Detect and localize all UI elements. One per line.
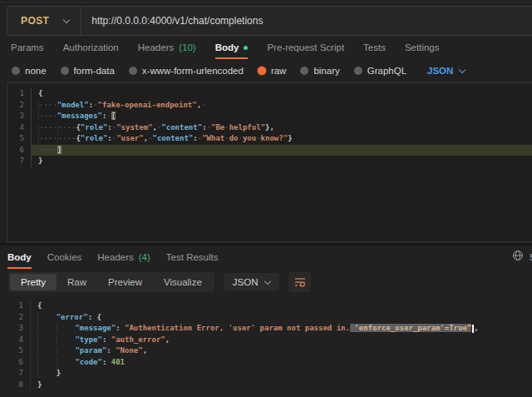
request-tab-headers[interactable]: Headers(10) bbox=[138, 37, 196, 59]
view-mode-pretty[interactable]: Pretty bbox=[10, 274, 57, 290]
response-tab-body[interactable]: Body bbox=[7, 246, 32, 269]
code-token bbox=[57, 335, 76, 344]
code-token: , bbox=[474, 324, 478, 332]
code-token: }, bbox=[265, 123, 274, 132]
code-content[interactable]: ········{"role":·"system",·"content":·"B… bbox=[31, 122, 532, 134]
response-tab-headers[interactable]: Headers(4) bbox=[97, 246, 150, 269]
code-line: 1{ bbox=[7, 300, 532, 312]
code-token: "fake-openai-endpoint" bbox=[97, 101, 196, 109]
body-language-select[interactable]: JSON bbox=[427, 66, 465, 76]
body-type-none[interactable]: none bbox=[12, 66, 47, 76]
request-tab-body[interactable]: Body bbox=[215, 37, 249, 59]
response-language-select[interactable]: JSON bbox=[224, 273, 280, 291]
code-content[interactable]: "message": "Authentication Error, 'user'… bbox=[30, 323, 532, 335]
selected-text: 'enforce_user_param'=True" bbox=[350, 324, 471, 332]
request-tab-authorization[interactable]: Authorization bbox=[63, 37, 119, 59]
request-tab-tests[interactable]: Tests bbox=[363, 37, 386, 59]
code-token: · bbox=[201, 101, 205, 109]
chevron-down-icon bbox=[264, 278, 271, 285]
method-selector[interactable]: POST bbox=[7, 7, 81, 35]
line-number: 3 bbox=[7, 111, 31, 122]
tab-label: Test Results bbox=[166, 252, 219, 262]
code-line: 6 "code": 401 bbox=[7, 357, 532, 369]
code-token: "Be bbox=[211, 123, 224, 132]
code-token: "message" bbox=[75, 324, 116, 332]
code-content[interactable]: ····"messages":·[ bbox=[31, 111, 532, 122]
globe-icon[interactable] bbox=[512, 250, 524, 261]
code-content[interactable]: "code": 401 bbox=[30, 357, 532, 369]
code-token bbox=[37, 324, 57, 332]
code-content[interactable]: { bbox=[30, 300, 532, 312]
tab-label: Authorization bbox=[63, 42, 119, 52]
response-language-label: JSON bbox=[233, 277, 259, 287]
request-body-editor[interactable]: 1{2····"model":·"fake-openai-endpoint",·… bbox=[7, 82, 532, 242]
response-body-viewer[interactable]: 1{2 "error": {3 "message": "Authenticati… bbox=[7, 296, 532, 397]
code-content[interactable]: ········{"role":·"user",·"content":·"Wha… bbox=[31, 133, 532, 145]
response-tab-cookies[interactable]: Cookies bbox=[47, 246, 82, 269]
code-line: 7} bbox=[7, 156, 532, 167]
view-mode-preview[interactable]: Preview bbox=[97, 274, 153, 290]
body-type-graphql[interactable]: GraphQL bbox=[354, 66, 406, 76]
code-line: 2 "error": { bbox=[7, 312, 532, 324]
view-mode-raw[interactable]: Raw bbox=[57, 274, 97, 290]
code-content[interactable]: "type": "auth_error", bbox=[30, 335, 532, 346]
request-tab-pre-request-script[interactable]: Pre-request Script bbox=[267, 37, 344, 59]
code-content[interactable]: } bbox=[30, 380, 532, 391]
request-tab-params[interactable]: Params bbox=[11, 37, 44, 59]
code-token: 401 bbox=[111, 358, 125, 366]
code-token bbox=[57, 346, 76, 355]
line-number: 1 bbox=[7, 88, 31, 100]
code-content[interactable]: { bbox=[31, 88, 532, 100]
window-top-divider bbox=[0, 2, 532, 2]
code-token: ···· bbox=[38, 112, 57, 120]
code-token: "user" bbox=[116, 134, 144, 142]
code-token: helpful" bbox=[229, 123, 265, 132]
request-tabs: ParamsAuthorizationHeaders(10)BodyPre-re… bbox=[0, 37, 532, 59]
body-type-raw[interactable]: raw bbox=[258, 66, 287, 76]
wrap-lines-icon bbox=[294, 277, 306, 287]
code-content[interactable]: ····] bbox=[31, 145, 532, 156]
code-token: { bbox=[96, 313, 101, 321]
view-mode-visualize[interactable]: Visualize bbox=[153, 274, 213, 290]
body-type-x-www-form-urlencoded[interactable]: x-www-form-urlencoded bbox=[129, 66, 244, 76]
tab-label: Settings bbox=[405, 42, 440, 52]
radio-label: GraphQL bbox=[367, 66, 406, 76]
radio-label: binary bbox=[313, 66, 339, 76]
line-number: 2 bbox=[7, 100, 31, 112]
code-line: 2····"model":·"fake-openai-endpoint",· bbox=[7, 100, 532, 112]
code-token: } bbox=[38, 156, 42, 165]
response-tab-test-results[interactable]: Test Results bbox=[166, 246, 219, 269]
radio-icon bbox=[61, 67, 69, 75]
line-number: 1 bbox=[7, 300, 30, 312]
code-content[interactable]: } bbox=[31, 156, 532, 167]
chevron-down-icon bbox=[63, 16, 70, 22]
request-url-bar: POST bbox=[7, 6, 532, 36]
line-number: 5 bbox=[7, 345, 30, 357]
code-token: , bbox=[143, 346, 147, 355]
code-content[interactable]: ····"model":·"fake-openai-endpoint",· bbox=[31, 100, 532, 112]
code-content[interactable]: } bbox=[30, 368, 532, 380]
code-token: "system" bbox=[116, 123, 152, 132]
code-token: "What bbox=[202, 134, 224, 142]
code-token bbox=[37, 335, 57, 344]
tab-label: Cookies bbox=[47, 252, 82, 262]
request-tab-settings[interactable]: Settings bbox=[405, 37, 440, 59]
code-line: 4 "type": "auth_error", bbox=[7, 335, 532, 346]
wrap-lines-button[interactable] bbox=[288, 272, 311, 292]
body-type-binary[interactable]: binary bbox=[300, 66, 339, 76]
body-present-dot-icon bbox=[244, 46, 248, 50]
response-tabs: BodyCookiesHeaders(4)Test Results bbox=[0, 246, 532, 269]
code-content[interactable]: "error": { bbox=[30, 312, 532, 324]
code-token: ] bbox=[57, 146, 62, 154]
code-token: do bbox=[229, 134, 239, 142]
chevron-down-icon bbox=[459, 66, 466, 72]
code-line: 3 "message": "Authentication Error, 'use… bbox=[7, 323, 532, 335]
code-token: { bbox=[38, 89, 42, 97]
code-content[interactable]: "param": "None", bbox=[30, 345, 532, 357]
code-token: "model" bbox=[57, 101, 89, 109]
code-token bbox=[57, 358, 76, 366]
body-type-form-data[interactable]: form-data bbox=[61, 66, 115, 76]
line-number: 8 bbox=[7, 380, 30, 391]
url-input[interactable] bbox=[81, 15, 532, 27]
code-token: "Authentication Error, 'user' param not … bbox=[125, 324, 350, 332]
